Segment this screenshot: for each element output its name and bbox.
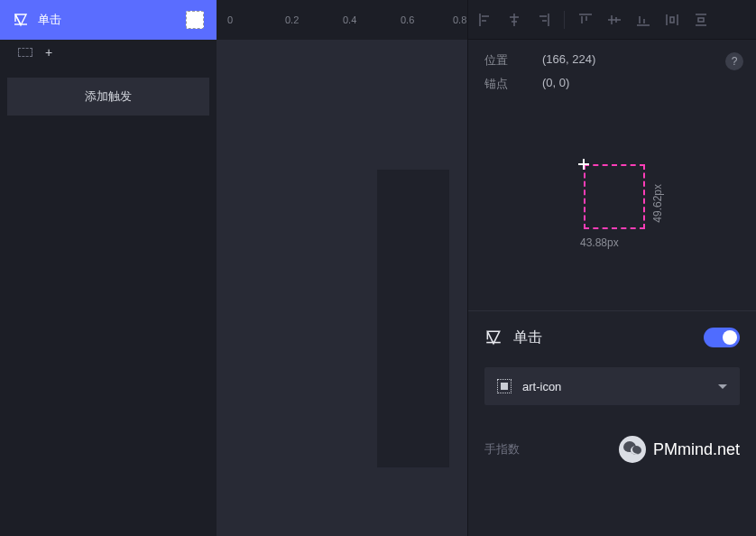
distribute-v-icon[interactable] [693,12,709,28]
anchor-row: 锚点 (0, 0) [484,76,740,92]
dropdown-value: art-icon [522,380,561,393]
fingers-row: 手指数 PMmind.net [468,421,756,477]
plus-icon[interactable]: + [45,45,52,60]
trigger-label: 单击 [38,12,61,28]
element-swatch[interactable] [186,11,204,29]
timeline-sub-row[interactable]: + [0,40,217,65]
dashed-box-icon [18,48,32,57]
trigger-row[interactable]: 单击 [0,0,217,40]
align-middle-v-icon[interactable] [606,12,622,28]
ruler-tick: 0.2 [285,14,299,25]
ruler-tick: 0 [227,14,233,25]
watermark-text: PMmind.net [653,440,740,459]
event-header: 单击 [468,311,756,364]
element-icon [497,379,512,393]
align-toolbar [468,0,756,40]
wechat-icon [619,436,646,463]
align-top-icon[interactable] [577,12,594,28]
properties-section: ? 位置 (166, 224) 锚点 (0, 0) [468,40,756,112]
align-right-icon[interactable] [535,12,551,28]
height-dimension: 49.62px [651,184,664,223]
help-icon[interactable]: ? [725,52,743,70]
chevron-down-icon [718,384,727,389]
position-row: 位置 (166, 224) [484,52,740,69]
anchor-value: (0, 0) [542,76,569,92]
anchor-marker-icon [576,157,591,171]
preview-area: 43.88px 49.62px [468,112,756,310]
watermark: PMmind.net [619,436,740,463]
left-panel: 单击 + 添加触发 [0,0,217,536]
click-icon [484,328,502,347]
canvas-panel: 0 0.2 0.4 0.6 0.8 [217,0,467,536]
fingers-label: 手指数 [484,441,520,457]
ruler-tick: 0.6 [401,14,414,25]
position-value: (166, 224) [542,52,595,69]
position-label: 位置 [484,52,517,69]
target-dropdown[interactable]: art-icon [484,367,740,405]
click-icon [13,12,29,28]
event-toggle[interactable] [704,328,740,347]
width-dimension: 43.88px [580,236,619,249]
ruler-tick: 0.8 [453,14,466,25]
anchor-label: 锚点 [484,76,517,92]
inspector-panel: ? 位置 (166, 224) 锚点 (0, 0) 43.88px 49.62p… [467,0,756,536]
add-trigger-label: 添加触发 [85,88,132,105]
selection-rect[interactable] [584,164,645,229]
align-left-icon[interactable] [477,12,493,28]
event-label: 单击 [513,328,542,347]
artboard[interactable] [377,170,449,467]
distribute-h-icon[interactable] [664,12,680,28]
divider [564,11,565,29]
add-trigger-button[interactable]: 添加触发 [7,78,209,116]
align-center-h-icon[interactable] [506,12,522,28]
ruler-tick: 0.4 [343,14,356,25]
timeline-ruler[interactable]: 0 0.2 0.4 0.6 0.8 [217,0,467,40]
align-bottom-icon[interactable] [635,12,651,28]
